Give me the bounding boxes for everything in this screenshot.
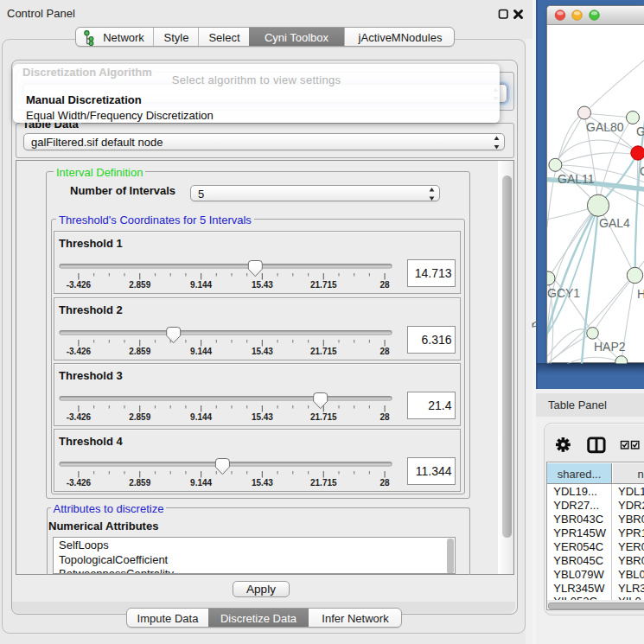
svg-text:GAL4: GAL4 [599, 216, 630, 230]
svg-text:GAL80: GAL80 [586, 120, 624, 134]
svg-text:H: H [637, 287, 644, 301]
svg-text:G: G [636, 124, 644, 138]
svg-text:HAP2: HAP2 [594, 340, 626, 354]
svg-text:GCY1: GCY1 [547, 286, 580, 300]
svg-text:C: C [640, 164, 644, 178]
svg-text:GAL11: GAL11 [558, 172, 595, 186]
